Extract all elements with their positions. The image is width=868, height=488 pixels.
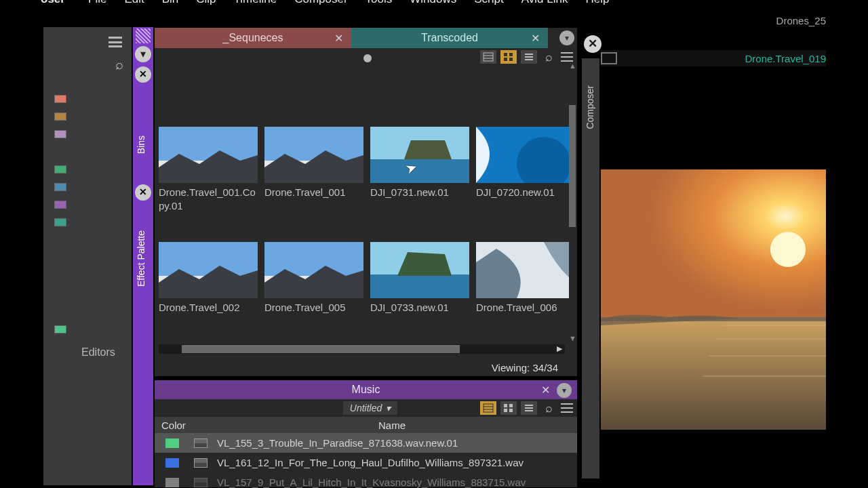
- menu-avidlink[interactable]: Avid Link: [521, 0, 568, 1]
- clip-item[interactable]: Drone.Travel_001.Copy.01: [159, 127, 260, 213]
- search-icon[interactable]: ⌕: [541, 401, 557, 415]
- menu-edit[interactable]: Edit: [124, 0, 144, 1]
- color-swatch[interactable]: [165, 439, 179, 448]
- project-title: Drones_25: [776, 15, 826, 26]
- clip-label: Drone.Travel_006: [476, 298, 569, 314]
- music-panel: Music ✕ ▾ Untitled▾ ⌕ Color Name VL_155_…: [154, 380, 578, 488]
- clip-item[interactable]: Drone.Travel_006: [476, 242, 569, 314]
- film-icon: [601, 52, 617, 64]
- bins-label: Bins: [136, 136, 146, 154]
- menu-file[interactable]: File: [88, 0, 106, 1]
- search-icon[interactable]: ⌕: [115, 57, 123, 73]
- color-swatch[interactable]: [165, 458, 179, 468]
- panel-close-icon[interactable]: ✕: [584, 35, 601, 53]
- viewer-image: [601, 169, 826, 430]
- clip-item[interactable]: DJI_0733.new.01: [370, 242, 472, 314]
- clip-name: VL_155_3_Trouble_In_Paradise_871638.wav.…: [217, 437, 458, 449]
- close-icon[interactable]: ✕: [541, 384, 550, 396]
- view-script-button[interactable]: [521, 401, 537, 415]
- color-swatch[interactable]: [54, 201, 66, 209]
- chevron-down-icon[interactable]: ▾: [559, 30, 574, 45]
- audio-clip-icon: [194, 458, 208, 468]
- view-text-button[interactable]: [480, 50, 496, 64]
- close-icon[interactable]: ✕: [334, 32, 343, 45]
- vertical-scrollbar[interactable]: ▲ ▼: [569, 66, 576, 338]
- view-frame-button[interactable]: [500, 50, 517, 64]
- music-title-bar[interactable]: Music ✕ ▾: [155, 380, 577, 399]
- tabs: _Sequneces ✕ Transcoded ✕ ▾: [155, 28, 577, 48]
- svg-rect-21: [159, 242, 258, 276]
- clip-label: Drone.Travel_001.Copy.01: [159, 183, 260, 213]
- editors-label: Editors: [81, 346, 115, 359]
- dropdown-button[interactable]: ▾: [135, 46, 151, 62]
- menu-script[interactable]: Script: [474, 0, 503, 1]
- close-icon[interactable]: ✕: [135, 184, 151, 201]
- scrollbar-thumb[interactable]: [569, 105, 576, 227]
- svg-marker-18: [404, 140, 452, 159]
- color-swatch[interactable]: [54, 218, 66, 226]
- svg-rect-13: [264, 127, 363, 161]
- hamburger-icon[interactable]: [108, 37, 122, 47]
- clip-label: Drone.Travel_005: [264, 298, 366, 314]
- menu-tools[interactable]: Tools: [366, 0, 393, 1]
- clip-item[interactable]: DJI_0731.new.01: [370, 127, 472, 199]
- hamburger-icon[interactable]: [561, 403, 573, 413]
- close-icon[interactable]: ✕: [135, 66, 151, 83]
- svg-rect-3: [504, 53, 507, 56]
- effect-palette-label: Effect Palette: [136, 230, 146, 287]
- scroll-up-icon[interactable]: ▲: [569, 62, 576, 70]
- viewer-header: Drone.Travel_019: [601, 50, 826, 66]
- color-swatch[interactable]: [54, 165, 66, 174]
- view-text-button[interactable]: [480, 401, 496, 415]
- panel-title: Music: [352, 384, 380, 396]
- svg-point-42: [770, 232, 806, 267]
- menu-bin[interactable]: Bin: [162, 0, 179, 1]
- tab-label: Transcoded: [421, 32, 478, 44]
- table-row[interactable]: VL_161_12_In_For_The_Long_Haul_Dufilho_W…: [155, 453, 577, 472]
- composer-gutter: Composer: [582, 58, 599, 479]
- table-row[interactable]: VL_157_9_Put_A_Lil_Hitch_In_It_Kvasnosky…: [155, 472, 577, 488]
- table-row[interactable]: VL_155_3_Trouble_In_Paradise_871638.wav.…: [155, 433, 577, 453]
- menu-composer[interactable]: Composer: [294, 0, 347, 1]
- thumb-size-slider[interactable]: [363, 54, 372, 62]
- close-icon[interactable]: ✕: [531, 32, 540, 45]
- header-color[interactable]: Color: [161, 420, 186, 431]
- color-swatch[interactable]: [54, 183, 66, 191]
- audio-clip-icon: [194, 439, 208, 448]
- scroll-right-icon[interactable]: ▶: [557, 344, 562, 353]
- menu-clip[interactable]: Clip: [196, 0, 216, 1]
- scroll-down-icon[interactable]: ▼: [569, 334, 576, 342]
- color-swatch[interactable]: [54, 130, 66, 138]
- tab-sequences[interactable]: _Sequneces ✕: [155, 28, 351, 48]
- view-frame-button[interactable]: [500, 401, 517, 415]
- clip-item[interactable]: DJI_0720.new.01: [476, 127, 569, 199]
- viewer-clip-title[interactable]: Drone.Travel_019: [745, 53, 826, 64]
- app-name: oser: [41, 0, 65, 1]
- sidebar: ⌕ Editors: [43, 27, 132, 485]
- clip-item[interactable]: Drone.Travel_005: [264, 242, 366, 314]
- search-icon[interactable]: ⌕: [541, 50, 557, 64]
- menu-windows[interactable]: Windows: [410, 0, 456, 1]
- column-headers: Color Name: [155, 417, 577, 433]
- clip-label: Drone.Travel_001: [264, 183, 366, 199]
- view-script-button[interactable]: [521, 50, 537, 64]
- music-toolbar: Untitled▾ ⌕: [155, 399, 577, 417]
- color-swatch[interactable]: [54, 113, 66, 121]
- hamburger-icon[interactable]: [561, 52, 573, 62]
- color-swatch[interactable]: [165, 478, 179, 487]
- chevron-down-icon[interactable]: ▾: [557, 383, 572, 398]
- menu-help[interactable]: Help: [585, 0, 609, 1]
- header-name[interactable]: Name: [378, 420, 406, 431]
- tab-label: _Sequneces: [223, 32, 283, 44]
- color-swatch[interactable]: [54, 325, 66, 333]
- tab-transcoded[interactable]: Transcoded ✕: [351, 28, 548, 48]
- horizontal-scrollbar[interactable]: [159, 344, 565, 354]
- bin-view-dropdown[interactable]: Untitled▾: [343, 401, 397, 415]
- color-swatch[interactable]: [54, 95, 66, 103]
- scrollbar-thumb[interactable]: [182, 345, 460, 353]
- clip-item[interactable]: Drone.Travel_001: [264, 127, 366, 199]
- clip-item[interactable]: Drone.Travel_002: [159, 242, 260, 314]
- grip-icon[interactable]: [136, 28, 151, 43]
- svg-rect-43: [601, 319, 826, 430]
- menu-timeline[interactable]: Timeline: [234, 0, 277, 1]
